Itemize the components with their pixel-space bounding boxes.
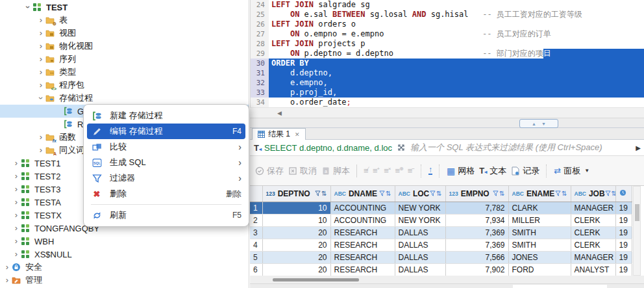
chevron-expanded-icon[interactable]: › xyxy=(36,94,45,103)
chevron-right-icon[interactable]: › xyxy=(3,276,12,285)
cell-job[interactable]: MANAGER xyxy=(571,251,615,263)
menu-item-generate-sql[interactable]: SQL 生成 SQL › xyxy=(87,155,245,170)
cell-loc[interactable]: DALLAS xyxy=(395,263,445,276)
table-row[interactable]: 4 20 RESEARCH DALLAS 7,369 SMITH CLERK 1… xyxy=(250,239,632,251)
code-line[interactable]: 26LEFT JOIN orders o xyxy=(251,20,644,29)
column-header-ename[interactable]: ABCENAME⇅ xyxy=(508,186,571,202)
sort-icon[interactable]: ⇅ xyxy=(562,190,567,197)
table-row[interactable]: 6 20 RESEARCH DALLAS 7,902 FORD ANALYST … xyxy=(250,263,632,276)
menu-item-refresh[interactable]: 刷新 F5 xyxy=(87,207,245,223)
cell-empno[interactable]: 7,369 xyxy=(445,239,508,251)
cell-job[interactable]: CLERK xyxy=(571,226,615,239)
chevron-right-icon[interactable]: › xyxy=(12,211,21,220)
script-button[interactable]: a脚本 xyxy=(321,165,350,177)
row-number[interactable]: 4 xyxy=(250,239,262,251)
grid-hscrollbar[interactable] xyxy=(250,276,644,283)
cell-ename[interactable]: SMITH xyxy=(508,239,571,251)
table-row[interactable]: 1 10 ACCOUNTING NEW YORK 7,782 CLARK MAN… xyxy=(250,202,632,214)
tree-item-wbh[interactable]: › WBH xyxy=(0,235,249,248)
menu-item-new-procedure[interactable]: 新建 存储过程 xyxy=(87,108,245,124)
tree-item-packages[interactable]: › <> 程序包 xyxy=(0,79,249,92)
code-line[interactable]: 24LEFT JOIN salgrade sg xyxy=(251,0,644,10)
scrollbar-thumb[interactable] xyxy=(635,204,639,221)
tree-item-admin[interactable]: › 管理 xyxy=(0,274,249,287)
chevron-right-icon[interactable]: › xyxy=(36,81,45,90)
chevron-right-icon[interactable]: › xyxy=(36,29,45,38)
cell-ename[interactable]: FORD xyxy=(508,263,571,276)
save-button[interactable]: 保存 xyxy=(255,165,284,177)
column-header-loc[interactable]: ABCLOC⇅ xyxy=(395,186,445,202)
chevron-expanded-icon[interactable]: › xyxy=(23,3,32,12)
cell-deptno[interactable]: 20 xyxy=(262,226,330,239)
cell-dname[interactable]: ACCOUNTING xyxy=(330,202,395,214)
filter-icon[interactable] xyxy=(315,190,321,196)
row-number[interactable]: 5 xyxy=(250,251,262,263)
tree-item-xsnull[interactable]: › XS$NULL xyxy=(0,248,249,261)
cell-ename[interactable]: JONES xyxy=(508,251,571,263)
cell-job[interactable]: CLERK xyxy=(571,239,615,251)
chevron-right-icon[interactable]: › xyxy=(36,133,45,142)
filter-icon[interactable] xyxy=(493,190,499,196)
tree-item-test[interactable]: › TEST xyxy=(0,1,249,14)
cell-empno[interactable]: 7,566 xyxy=(445,251,508,263)
cell-job[interactable]: ANALYST xyxy=(571,263,615,276)
tree-item-materialized-views[interactable]: › 物化视图 xyxy=(0,40,249,53)
editor-results-splitter[interactable]: ▲ ▼ xyxy=(250,118,644,128)
code-line[interactable]: 34 o.order_date; xyxy=(251,98,644,107)
delete-row-button[interactable]: ≡− xyxy=(408,166,414,176)
chevron-right-icon[interactable]: › xyxy=(12,172,21,181)
cell-dname[interactable]: ACCOUNTING xyxy=(330,214,395,226)
cell-hiredate-partial[interactable]: 19 xyxy=(615,251,632,263)
cell-job[interactable]: MANAGER xyxy=(571,202,615,214)
apply-filter-icon[interactable]: ▶ xyxy=(636,144,641,151)
cell-loc[interactable]: DALLAS xyxy=(395,239,445,251)
code-line[interactable]: 25 ON e.sal BETWEEN sg.losal AND sg.hisa… xyxy=(251,10,644,20)
row-number[interactable]: 1 xyxy=(250,202,262,214)
cell-deptno[interactable]: 20 xyxy=(262,251,330,263)
dropdown-icon[interactable]: ▼ xyxy=(584,168,589,174)
chevron-right-icon[interactable]: › xyxy=(12,237,21,246)
cell-ename[interactable]: MILLER xyxy=(508,214,571,226)
results-tab[interactable]: 结果 1 ✕ xyxy=(252,128,306,140)
chevron-right-icon[interactable]: › xyxy=(36,68,45,77)
chevron-right-icon[interactable]: › xyxy=(36,146,45,155)
chevron-right-icon[interactable]: › xyxy=(12,185,21,194)
menu-item-compare[interactable]: 比较 › xyxy=(87,139,245,155)
chevron-right-icon[interactable]: › xyxy=(12,198,21,207)
code-line[interactable]: 27 ON o.empno = e.empno -- 员工对应的订单 xyxy=(251,29,644,39)
cell-ename[interactable]: SMITH xyxy=(508,226,571,239)
collapse-down-icon[interactable]: ▼ xyxy=(541,122,546,126)
table-row[interactable]: 5 20 RESEARCH DALLAS 7,566 JONES MANAGER… xyxy=(250,251,632,263)
close-tab-icon[interactable]: ✕ xyxy=(295,131,300,138)
add-row-button[interactable]: ≡+ xyxy=(373,166,379,176)
column-header-hiredate-partial[interactable] xyxy=(615,186,632,202)
tree-item-views[interactable]: › 视图 xyxy=(0,27,249,40)
duplicate-row-button[interactable]: ≡× xyxy=(384,166,390,176)
chevron-right-icon[interactable]: › xyxy=(36,55,45,64)
filter-placeholder[interactable]: 输入一个 SQL 表达式来过滤结果 (使用 Ctrl+Space) xyxy=(410,142,636,153)
panels-button[interactable]: ⇄面板▼ xyxy=(554,165,589,177)
cell-hiredate-partial[interactable]: 19 xyxy=(615,263,632,276)
code-line-selected[interactable]: 30ORDER BY xyxy=(251,59,644,68)
cell-deptno-active[interactable]: 10 xyxy=(262,202,330,214)
menu-item-filters[interactable]: 过滤器 › xyxy=(87,170,245,186)
cell-dname[interactable]: RESEARCH xyxy=(330,226,395,239)
row-number[interactable]: 3 xyxy=(250,226,262,239)
cell-loc[interactable]: DALLAS xyxy=(395,226,445,239)
filter-icon[interactable] xyxy=(555,190,561,196)
column-header-empno[interactable]: 123EMPNO⇅ xyxy=(445,186,508,202)
sort-icon[interactable]: ⇅ xyxy=(499,190,504,197)
cell-loc[interactable]: NEW YORK xyxy=(395,202,445,214)
filter-icon[interactable] xyxy=(605,190,611,196)
column-header-dname[interactable]: ABCDNAME⇅ xyxy=(330,186,395,202)
collapse-up-icon[interactable]: ▲ xyxy=(532,122,536,126)
cell-hiredate-partial[interactable]: 19 xyxy=(615,239,632,251)
menu-item-delete[interactable]: ✖ 删除 删除 xyxy=(87,186,245,202)
copy-row-button[interactable]: ≡⊕ xyxy=(395,166,402,176)
cell-deptno[interactable]: 20 xyxy=(262,263,330,276)
cell-deptno[interactable]: 10 xyxy=(262,214,330,226)
cell-hiredate-partial[interactable]: 19 xyxy=(615,202,632,214)
cell-ename[interactable]: CLARK xyxy=(508,202,571,214)
chevron-right-icon[interactable]: › xyxy=(3,263,12,272)
results-filter-bar[interactable]: T◂ SELECT d.deptno, d.dname, d.loc 输入一个 … xyxy=(250,140,644,156)
